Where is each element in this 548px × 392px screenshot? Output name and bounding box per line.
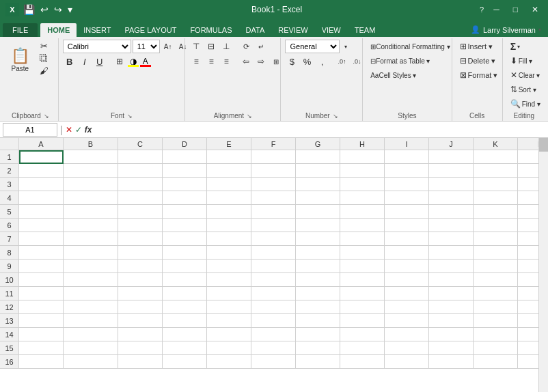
row-num-9[interactable]: 9 bbox=[0, 260, 19, 273]
cell-C11[interactable] bbox=[118, 287, 163, 300]
cell-L1[interactable] bbox=[518, 150, 538, 164]
col-header-I[interactable]: I bbox=[385, 138, 429, 150]
cell-K15[interactable] bbox=[474, 341, 518, 355]
wrap-text-button[interactable]: ↵ bbox=[254, 40, 268, 53]
cell-A14[interactable] bbox=[19, 328, 64, 341]
cell-F15[interactable] bbox=[251, 341, 296, 355]
cell-B11[interactable] bbox=[64, 287, 118, 300]
col-header-L[interactable]: L bbox=[518, 138, 538, 150]
row-num-4[interactable]: 4 bbox=[0, 191, 19, 205]
cell-J5[interactable] bbox=[429, 205, 474, 219]
cell-K14[interactable] bbox=[474, 328, 518, 341]
row-num-2[interactable]: 2 bbox=[0, 164, 19, 178]
cell-J6[interactable] bbox=[429, 219, 474, 232]
number-format-select[interactable]: General bbox=[285, 40, 340, 53]
minimize-button[interactable]: ─ bbox=[489, 5, 504, 14]
cell-H5[interactable] bbox=[340, 205, 385, 219]
row-num-11[interactable]: 11 bbox=[0, 287, 19, 300]
cell-C14[interactable] bbox=[118, 328, 163, 341]
cell-F6[interactable] bbox=[251, 219, 296, 232]
currency-button[interactable]: $ bbox=[285, 55, 299, 68]
cell-B8[interactable] bbox=[64, 246, 118, 260]
fill-button[interactable]: ⬇ Fill ▾ bbox=[507, 54, 544, 68]
cell-G13[interactable] bbox=[296, 314, 340, 328]
fill-color-indicator[interactable]: ◑ bbox=[128, 57, 139, 67]
cell-I5[interactable] bbox=[385, 205, 429, 219]
redo-qat-button[interactable]: ↪ bbox=[53, 4, 64, 15]
cut-button[interactable]: ✂ bbox=[35, 40, 54, 52]
cell-H12[interactable] bbox=[340, 300, 385, 314]
cell-D8[interactable] bbox=[163, 246, 207, 260]
cell-L15[interactable] bbox=[518, 341, 538, 355]
cell-K9[interactable] bbox=[474, 260, 518, 273]
cell-H9[interactable] bbox=[340, 260, 385, 273]
cell-B12[interactable] bbox=[64, 300, 118, 314]
cancel-formula-button[interactable]: ✕ bbox=[66, 125, 72, 135]
cell-K2[interactable] bbox=[474, 164, 518, 178]
cell-F13[interactable] bbox=[251, 314, 296, 328]
cell-C3[interactable] bbox=[118, 178, 163, 191]
help-button[interactable]: ? bbox=[480, 5, 484, 14]
row-num-13[interactable]: 13 bbox=[0, 314, 19, 328]
cell-A16[interactable] bbox=[19, 355, 64, 369]
tab-team[interactable]: TEAM bbox=[348, 23, 383, 37]
col-header-F[interactable]: F bbox=[251, 138, 296, 150]
sheet-scroll[interactable]: ABCDEFGHIJKL 12345678910111213141516 bbox=[0, 138, 538, 392]
cell-H14[interactable] bbox=[340, 328, 385, 341]
align-right-button[interactable]: ≡ bbox=[219, 55, 233, 68]
cell-K4[interactable] bbox=[474, 191, 518, 205]
cell-E6[interactable] bbox=[207, 219, 251, 232]
cell-A4[interactable] bbox=[19, 191, 64, 205]
cell-L13[interactable] bbox=[518, 314, 538, 328]
col-header-D[interactable]: D bbox=[163, 138, 207, 150]
number-expand-icon[interactable]: ↘ bbox=[333, 113, 338, 120]
cell-E3[interactable] bbox=[207, 178, 251, 191]
cell-J15[interactable] bbox=[429, 341, 474, 355]
bold-button[interactable]: B bbox=[63, 55, 77, 68]
cell-K5[interactable] bbox=[474, 205, 518, 219]
cell-J3[interactable] bbox=[429, 178, 474, 191]
cell-L8[interactable] bbox=[518, 246, 538, 260]
cell-C15[interactable] bbox=[118, 341, 163, 355]
cell-C7[interactable] bbox=[118, 232, 163, 246]
cell-C4[interactable] bbox=[118, 191, 163, 205]
align-center-button[interactable]: ≡ bbox=[204, 55, 218, 68]
cell-J12[interactable] bbox=[429, 300, 474, 314]
cell-D15[interactable] bbox=[163, 341, 207, 355]
row-num-16[interactable]: 16 bbox=[0, 355, 19, 369]
cell-D10[interactable] bbox=[163, 273, 207, 287]
cell-E8[interactable] bbox=[207, 246, 251, 260]
tab-file[interactable]: FILE bbox=[3, 23, 38, 37]
cell-B4[interactable] bbox=[64, 191, 118, 205]
cell-I13[interactable] bbox=[385, 314, 429, 328]
cell-C10[interactable] bbox=[118, 273, 163, 287]
cell-I1[interactable] bbox=[385, 150, 429, 164]
col-header-K[interactable]: K bbox=[474, 138, 518, 150]
cell-I14[interactable] bbox=[385, 328, 429, 341]
cell-G1[interactable] bbox=[296, 150, 340, 164]
cell-E9[interactable] bbox=[207, 260, 251, 273]
cell-L14[interactable] bbox=[518, 328, 538, 341]
cell-J11[interactable] bbox=[429, 287, 474, 300]
copy-button[interactable]: ⿻ bbox=[35, 52, 54, 64]
col-header-E[interactable]: E bbox=[207, 138, 251, 150]
row-num-8[interactable]: 8 bbox=[0, 246, 19, 260]
cell-G6[interactable] bbox=[296, 219, 340, 232]
cell-F10[interactable] bbox=[251, 273, 296, 287]
cell-I15[interactable] bbox=[385, 341, 429, 355]
row-num-10[interactable]: 10 bbox=[0, 273, 19, 287]
cell-B5[interactable] bbox=[64, 205, 118, 219]
cell-A15[interactable] bbox=[19, 341, 64, 355]
cell-J9[interactable] bbox=[429, 260, 474, 273]
cell-B13[interactable] bbox=[64, 314, 118, 328]
undo-qat-button[interactable]: ↩ bbox=[39, 4, 50, 15]
cell-D4[interactable] bbox=[163, 191, 207, 205]
find-select-button[interactable]: 🔍 Find ▾ bbox=[507, 97, 544, 111]
tab-view[interactable]: VIEW bbox=[315, 23, 348, 37]
cell-A13[interactable] bbox=[19, 314, 64, 328]
row-num-7[interactable]: 7 bbox=[0, 232, 19, 246]
cell-K12[interactable] bbox=[474, 300, 518, 314]
cell-D2[interactable] bbox=[163, 164, 207, 178]
cell-K13[interactable] bbox=[474, 314, 518, 328]
clipboard-expand-icon[interactable]: ↘ bbox=[44, 113, 49, 120]
